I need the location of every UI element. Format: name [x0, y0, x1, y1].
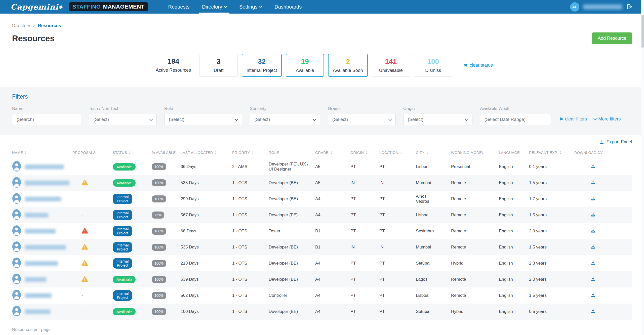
col-header-origin[interactable]: ORIGIN▲▼: [350, 151, 379, 155]
download-cv-icon[interactable]: [590, 276, 596, 281]
col-header-label: % AVAILABLE: [152, 151, 176, 155]
nav-item-settings[interactable]: Settings: [233, 0, 268, 14]
breadcrumb-parent[interactable]: Directory: [12, 23, 30, 28]
download-cv-icon[interactable]: [590, 180, 596, 185]
capgemini-wordmark: Capgemini: [11, 3, 58, 11]
proposals-cell: -: [72, 309, 113, 314]
filter-input-available-week[interactable]: (Select Date Range): [480, 114, 551, 125]
resource-name-redacted[interactable]: [25, 261, 58, 266]
download-cv-icon[interactable]: [590, 308, 596, 314]
filter-select-role[interactable]: (Select): [164, 114, 242, 125]
clear-status-label: clear status: [470, 63, 493, 68]
filter-name: Name(Search): [12, 106, 81, 125]
col-header-status[interactable]: STATUS▲▼: [113, 151, 152, 155]
col-header-download-cv: DOWNLOAD CV: [574, 151, 632, 155]
per-page-control: Resources per page 10 1 to 10 of 53 item…: [12, 327, 96, 335]
download-cv-icon[interactable]: [590, 292, 596, 298]
filter-select-origin[interactable]: (Select): [403, 114, 472, 125]
col-header-grade[interactable]: GRADE▲▼: [315, 151, 350, 155]
page-scrollbar[interactable]: [641, 0, 644, 335]
proposal-warning-icon[interactable]: [82, 262, 88, 267]
priority-cell: 1 - OTS: [232, 229, 269, 234]
location-cell: IN: [379, 245, 416, 250]
download-cv-icon[interactable]: [590, 244, 596, 249]
user-avatar[interactable]: AF: [570, 2, 579, 12]
download-cv-icon[interactable]: [590, 196, 596, 201]
proposal-warning-icon[interactable]: [82, 230, 88, 235]
table-row: -Internal Project75%567 Days1 - OTSDevel…: [12, 207, 632, 223]
resource-name-redacted[interactable]: [25, 245, 66, 250]
more-filters-label: More filters: [598, 116, 621, 122]
col-header-label: GRADE: [315, 151, 329, 155]
available-cell: 100%: [152, 276, 181, 283]
more-filters-link[interactable]: More filters: [594, 116, 621, 122]
status-card-available[interactable]: 19Available: [286, 54, 324, 77]
working-model-cell: Presential: [451, 164, 499, 169]
filter-select-tech-non-tech[interactable]: (Select): [89, 114, 157, 125]
resource-name-redacted[interactable]: [25, 213, 48, 218]
col-header-last-allocated[interactable]: LAST ALLOCATED▲▼: [181, 151, 232, 155]
proposal-warning-icon[interactable]: [82, 278, 88, 283]
download-cv-icon[interactable]: [590, 260, 596, 265]
col-header-city[interactable]: CITY▲▼: [416, 151, 451, 155]
status-card-draft[interactable]: 3Draft: [199, 54, 238, 77]
col-header-relevant-exp[interactable]: RELEVANT EXP.▲▼: [529, 151, 574, 155]
resource-name-redacted[interactable]: [25, 164, 64, 169]
status-badge: Available: [113, 308, 136, 315]
export-excel-label: Export Excel: [607, 139, 632, 145]
resource-name-redacted[interactable]: [25, 229, 56, 234]
resource-name-redacted[interactable]: [25, 181, 69, 185]
status-card-internal-project[interactable]: 32Internal Project: [242, 54, 282, 77]
available-pill: 100%: [152, 244, 166, 251]
grade-cell: B1: [315, 229, 350, 234]
role-cell: Developer (FE), UX / UI Designer: [269, 162, 315, 172]
filter-seniority: Seniority(Select): [250, 106, 320, 125]
logout-icon[interactable]: [626, 4, 632, 10]
status-card-unavailable[interactable]: 141Unavailable: [372, 54, 410, 77]
role-cell: Developer (BE): [269, 196, 315, 201]
nav-item-dashboards[interactable]: Dashboards: [268, 0, 308, 14]
nav-item-directory[interactable]: Directory: [196, 0, 233, 14]
name-cell: [12, 177, 72, 189]
resource-name-redacted[interactable]: [25, 197, 61, 201]
download-cv-icon[interactable]: [590, 228, 596, 233]
resource-name-redacted[interactable]: [25, 277, 46, 282]
clear-status-link[interactable]: ✖clear status: [464, 63, 493, 68]
proposal-warning-icon[interactable]: [82, 246, 88, 251]
filter-label: Origin: [403, 106, 472, 111]
download-cv-icon[interactable]: [590, 212, 596, 217]
resource-name-redacted[interactable]: [25, 309, 50, 314]
status-badge: Available: [113, 276, 136, 283]
col-header-priority[interactable]: PRIORITY▲▼: [232, 151, 269, 155]
filter-select-grade[interactable]: (Select): [328, 114, 396, 125]
no-proposals-dash: -: [82, 293, 83, 298]
status-card-available-soon[interactable]: 2Available Soon: [328, 54, 368, 77]
origin-cell: PT: [350, 261, 379, 266]
scrollbar-thumb[interactable]: [641, 15, 644, 48]
filter-select-seniority[interactable]: (Select): [250, 114, 320, 125]
relevant-exp-cell: 0,1 years: [529, 164, 574, 169]
add-resource-button[interactable]: Add Resource: [592, 32, 632, 44]
nav-item-requests[interactable]: Requests: [162, 0, 196, 14]
filter-label: Name: [12, 106, 81, 111]
download-cv-cell: [574, 163, 632, 170]
export-excel-link[interactable]: Export Excel: [599, 139, 632, 145]
available-cell: 100%: [152, 244, 181, 251]
city-cell: Alhos Vedros: [416, 194, 441, 204]
capgemini-logo[interactable]: Capgemini ♠: [11, 3, 63, 11]
nav-item-label: Settings: [239, 4, 257, 10]
available-pill: 75%: [152, 212, 164, 219]
clear-filters-link[interactable]: ✖ clear filters: [559, 116, 587, 122]
col-header-location[interactable]: LOCATION▲▼: [379, 151, 416, 155]
status-cell: Internal Project: [113, 258, 152, 269]
status-card-dismiss[interactable]: 100Dismiss: [414, 54, 452, 77]
proposal-warning-icon[interactable]: [82, 182, 88, 186]
col-header-name[interactable]: NAME▲▼: [12, 151, 72, 155]
last-allocated-cell: 68 Days: [181, 229, 232, 234]
city-cell: Sesimbra: [416, 229, 441, 234]
location-cell: PT: [379, 293, 416, 298]
filter-input-name[interactable]: (Search): [12, 114, 81, 125]
download-cv-icon[interactable]: [590, 163, 596, 169]
table-row: Internal Project100%68 Days1 - OTSTester…: [12, 223, 632, 239]
resource-name-redacted[interactable]: [25, 293, 52, 298]
